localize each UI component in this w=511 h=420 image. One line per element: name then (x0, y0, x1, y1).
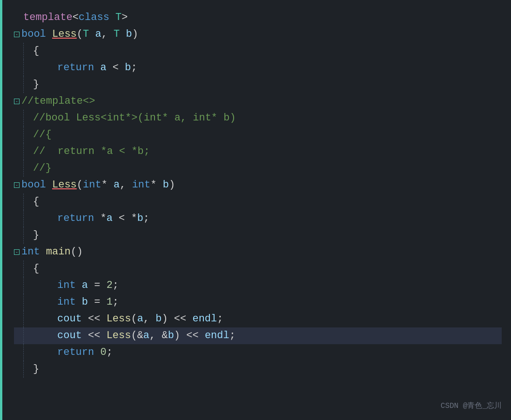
fold-indicator-6[interactable]: - (14, 99, 20, 104)
fold-indicator-11[interactable]: - (14, 182, 20, 188)
code-line-1: template<class T> (14, 9, 502, 26)
fold-indicator-2[interactable]: - (14, 32, 20, 37)
code-line-2: - bool Less(T a, T b) (14, 26, 502, 43)
code-line-19: cout << Less(a, b) << endl; (14, 311, 502, 327)
code-line-16: { (14, 260, 502, 277)
code-line-5: } (14, 76, 502, 93)
code-line-3: { (14, 43, 502, 60)
code-line-17: int a = 2; (14, 277, 502, 294)
code-line-10: //} (14, 160, 502, 177)
code-line-11: - bool Less(int* a, int* b) (14, 177, 502, 193)
code-line-20: cout << Less(&a, &b) << endl; (14, 327, 502, 344)
code-line-22: } (14, 361, 502, 378)
code-line-18: int b = 1; (14, 294, 502, 311)
code-line-21: return 0; (14, 344, 502, 361)
code-line-14: } (14, 227, 502, 244)
keyword-template: template (23, 9, 73, 26)
code-line-15: - int main() (14, 244, 502, 260)
code-line-13: return *a < *b; (14, 210, 502, 227)
code-editor: template<class T> - bool Less(T a, T b) … (0, 0, 511, 420)
code-line-7: //bool Less<int*>(int* a, int* b) (14, 110, 502, 127)
fold-indicator-15[interactable]: - (14, 249, 20, 255)
code-content: template<class T> - bool Less(T a, T b) … (0, 9, 511, 378)
left-accent-bar (0, 0, 2, 420)
code-line-6: - //template<> (14, 93, 502, 110)
code-line-9: // return *a < *b; (14, 143, 502, 160)
code-line-4: return a < b; (14, 60, 502, 76)
code-line-12: { (14, 193, 502, 210)
watermark: CSDN @青色_忘川 (441, 401, 502, 411)
code-line-8: //{ (14, 127, 502, 143)
